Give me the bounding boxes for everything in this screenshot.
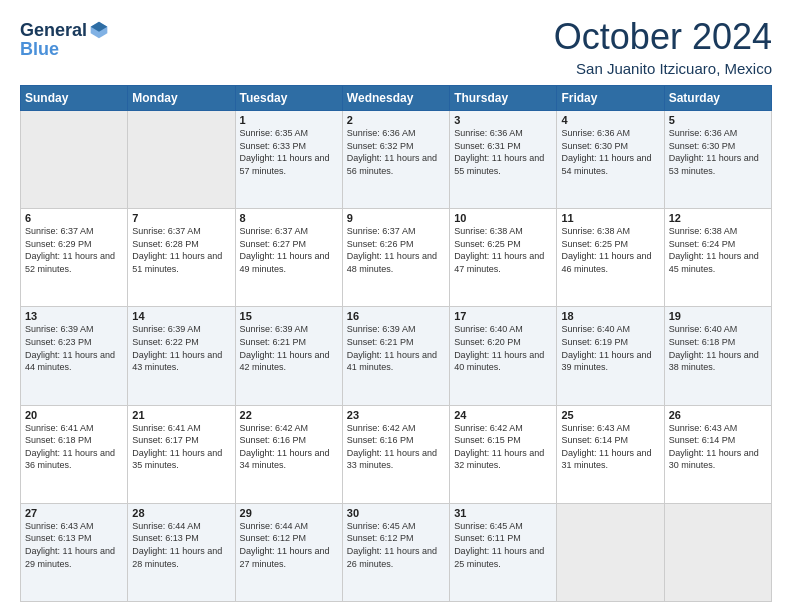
page: General Blue October 2024 San Juanito It… — [0, 0, 792, 612]
table-row: 9Sunrise: 6:37 AM Sunset: 6:26 PM Daylig… — [342, 209, 449, 307]
day-info: Sunrise: 6:40 AM Sunset: 6:18 PM Dayligh… — [669, 323, 767, 373]
table-row — [128, 111, 235, 209]
logo-blue: Blue — [20, 39, 59, 59]
table-row: 1Sunrise: 6:35 AM Sunset: 6:33 PM Daylig… — [235, 111, 342, 209]
table-row — [557, 503, 664, 601]
title-block: October 2024 San Juanito Itzicuaro, Mexi… — [554, 16, 772, 77]
month-title: October 2024 — [554, 16, 772, 58]
day-number: 17 — [454, 310, 552, 322]
day-info: Sunrise: 6:38 AM Sunset: 6:24 PM Dayligh… — [669, 225, 767, 275]
day-info: Sunrise: 6:39 AM Sunset: 6:23 PM Dayligh… — [25, 323, 123, 373]
day-info: Sunrise: 6:37 AM Sunset: 6:29 PM Dayligh… — [25, 225, 123, 275]
col-friday: Friday — [557, 86, 664, 111]
day-number: 1 — [240, 114, 338, 126]
day-info: Sunrise: 6:41 AM Sunset: 6:17 PM Dayligh… — [132, 422, 230, 472]
table-row — [664, 503, 771, 601]
day-info: Sunrise: 6:44 AM Sunset: 6:13 PM Dayligh… — [132, 520, 230, 570]
table-row: 22Sunrise: 6:42 AM Sunset: 6:16 PM Dayli… — [235, 405, 342, 503]
day-info: Sunrise: 6:40 AM Sunset: 6:20 PM Dayligh… — [454, 323, 552, 373]
day-info: Sunrise: 6:37 AM Sunset: 6:28 PM Dayligh… — [132, 225, 230, 275]
table-row: 4Sunrise: 6:36 AM Sunset: 6:30 PM Daylig… — [557, 111, 664, 209]
col-monday: Monday — [128, 86, 235, 111]
day-number: 16 — [347, 310, 445, 322]
day-info: Sunrise: 6:45 AM Sunset: 6:12 PM Dayligh… — [347, 520, 445, 570]
day-number: 25 — [561, 409, 659, 421]
logo-text: General — [20, 21, 87, 39]
day-info: Sunrise: 6:37 AM Sunset: 6:26 PM Dayligh… — [347, 225, 445, 275]
calendar-week-row: 6Sunrise: 6:37 AM Sunset: 6:29 PM Daylig… — [21, 209, 772, 307]
day-number: 27 — [25, 507, 123, 519]
header: General Blue October 2024 San Juanito It… — [20, 16, 772, 77]
day-number: 6 — [25, 212, 123, 224]
table-row: 16Sunrise: 6:39 AM Sunset: 6:21 PM Dayli… — [342, 307, 449, 405]
day-number: 26 — [669, 409, 767, 421]
day-info: Sunrise: 6:36 AM Sunset: 6:30 PM Dayligh… — [561, 127, 659, 177]
day-number: 31 — [454, 507, 552, 519]
table-row: 14Sunrise: 6:39 AM Sunset: 6:22 PM Dayli… — [128, 307, 235, 405]
table-row: 20Sunrise: 6:41 AM Sunset: 6:18 PM Dayli… — [21, 405, 128, 503]
day-number: 22 — [240, 409, 338, 421]
table-row: 6Sunrise: 6:37 AM Sunset: 6:29 PM Daylig… — [21, 209, 128, 307]
day-number: 9 — [347, 212, 445, 224]
table-row: 31Sunrise: 6:45 AM Sunset: 6:11 PM Dayli… — [450, 503, 557, 601]
table-row: 28Sunrise: 6:44 AM Sunset: 6:13 PM Dayli… — [128, 503, 235, 601]
table-row: 8Sunrise: 6:37 AM Sunset: 6:27 PM Daylig… — [235, 209, 342, 307]
day-number: 21 — [132, 409, 230, 421]
day-info: Sunrise: 6:36 AM Sunset: 6:32 PM Dayligh… — [347, 127, 445, 177]
table-row: 3Sunrise: 6:36 AM Sunset: 6:31 PM Daylig… — [450, 111, 557, 209]
col-sunday: Sunday — [21, 86, 128, 111]
col-saturday: Saturday — [664, 86, 771, 111]
day-info: Sunrise: 6:39 AM Sunset: 6:21 PM Dayligh… — [347, 323, 445, 373]
table-row: 12Sunrise: 6:38 AM Sunset: 6:24 PM Dayli… — [664, 209, 771, 307]
day-info: Sunrise: 6:37 AM Sunset: 6:27 PM Dayligh… — [240, 225, 338, 275]
col-wednesday: Wednesday — [342, 86, 449, 111]
table-row: 18Sunrise: 6:40 AM Sunset: 6:19 PM Dayli… — [557, 307, 664, 405]
day-number: 2 — [347, 114, 445, 126]
calendar-week-row: 20Sunrise: 6:41 AM Sunset: 6:18 PM Dayli… — [21, 405, 772, 503]
table-row: 30Sunrise: 6:45 AM Sunset: 6:12 PM Dayli… — [342, 503, 449, 601]
table-row: 26Sunrise: 6:43 AM Sunset: 6:14 PM Dayli… — [664, 405, 771, 503]
table-row: 19Sunrise: 6:40 AM Sunset: 6:18 PM Dayli… — [664, 307, 771, 405]
day-number: 11 — [561, 212, 659, 224]
day-number: 24 — [454, 409, 552, 421]
calendar-table: Sunday Monday Tuesday Wednesday Thursday… — [20, 85, 772, 602]
day-info: Sunrise: 6:43 AM Sunset: 6:13 PM Dayligh… — [25, 520, 123, 570]
day-number: 8 — [240, 212, 338, 224]
calendar-header-row: Sunday Monday Tuesday Wednesday Thursday… — [21, 86, 772, 111]
calendar-week-row: 1Sunrise: 6:35 AM Sunset: 6:33 PM Daylig… — [21, 111, 772, 209]
table-row: 29Sunrise: 6:44 AM Sunset: 6:12 PM Dayli… — [235, 503, 342, 601]
table-row: 7Sunrise: 6:37 AM Sunset: 6:28 PM Daylig… — [128, 209, 235, 307]
table-row: 11Sunrise: 6:38 AM Sunset: 6:25 PM Dayli… — [557, 209, 664, 307]
table-row: 25Sunrise: 6:43 AM Sunset: 6:14 PM Dayli… — [557, 405, 664, 503]
table-row: 10Sunrise: 6:38 AM Sunset: 6:25 PM Dayli… — [450, 209, 557, 307]
day-info: Sunrise: 6:38 AM Sunset: 6:25 PM Dayligh… — [454, 225, 552, 275]
day-number: 18 — [561, 310, 659, 322]
day-info: Sunrise: 6:39 AM Sunset: 6:22 PM Dayligh… — [132, 323, 230, 373]
table-row: 17Sunrise: 6:40 AM Sunset: 6:20 PM Dayli… — [450, 307, 557, 405]
day-number: 14 — [132, 310, 230, 322]
table-row: 23Sunrise: 6:42 AM Sunset: 6:16 PM Dayli… — [342, 405, 449, 503]
day-number: 28 — [132, 507, 230, 519]
table-row: 21Sunrise: 6:41 AM Sunset: 6:17 PM Dayli… — [128, 405, 235, 503]
day-number: 23 — [347, 409, 445, 421]
day-number: 29 — [240, 507, 338, 519]
col-tuesday: Tuesday — [235, 86, 342, 111]
col-thursday: Thursday — [450, 86, 557, 111]
day-info: Sunrise: 6:39 AM Sunset: 6:21 PM Dayligh… — [240, 323, 338, 373]
day-info: Sunrise: 6:41 AM Sunset: 6:18 PM Dayligh… — [25, 422, 123, 472]
day-info: Sunrise: 6:45 AM Sunset: 6:11 PM Dayligh… — [454, 520, 552, 570]
day-info: Sunrise: 6:43 AM Sunset: 6:14 PM Dayligh… — [561, 422, 659, 472]
day-info: Sunrise: 6:42 AM Sunset: 6:15 PM Dayligh… — [454, 422, 552, 472]
table-row — [21, 111, 128, 209]
table-row: 13Sunrise: 6:39 AM Sunset: 6:23 PM Dayli… — [21, 307, 128, 405]
day-number: 10 — [454, 212, 552, 224]
calendar-week-row: 13Sunrise: 6:39 AM Sunset: 6:23 PM Dayli… — [21, 307, 772, 405]
table-row: 15Sunrise: 6:39 AM Sunset: 6:21 PM Dayli… — [235, 307, 342, 405]
table-row: 5Sunrise: 6:36 AM Sunset: 6:30 PM Daylig… — [664, 111, 771, 209]
day-info: Sunrise: 6:35 AM Sunset: 6:33 PM Dayligh… — [240, 127, 338, 177]
table-row: 27Sunrise: 6:43 AM Sunset: 6:13 PM Dayli… — [21, 503, 128, 601]
logo-icon — [89, 20, 109, 40]
day-info: Sunrise: 6:44 AM Sunset: 6:12 PM Dayligh… — [240, 520, 338, 570]
day-info: Sunrise: 6:42 AM Sunset: 6:16 PM Dayligh… — [347, 422, 445, 472]
day-number: 30 — [347, 507, 445, 519]
